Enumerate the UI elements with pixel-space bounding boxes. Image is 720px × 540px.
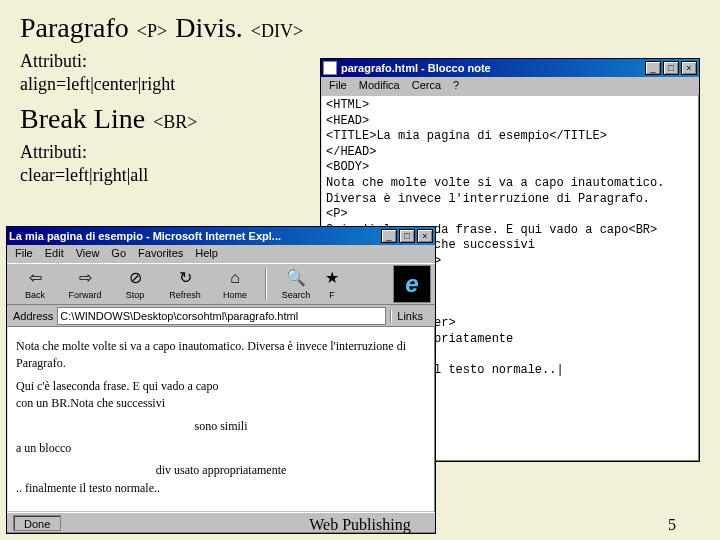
back-label: Back [25,290,45,300]
stop-label: Stop [126,290,145,300]
heading-divis: Divis. [175,12,243,44]
search-button[interactable]: 🔍Search [272,268,320,300]
ie-maximize-button[interactable]: □ [399,229,415,243]
heading-div-tag: <DIV> [251,21,303,42]
page-number: 5 [668,516,676,534]
ie-titlebar[interactable]: La mia pagina di esempio - Microsoft Int… [7,227,435,245]
ie-menu-go[interactable]: Go [111,247,126,261]
ie-menu-favorites[interactable]: Favorites [138,247,183,261]
ie-body-p3: sono simili [16,418,426,435]
refresh-icon: ↻ [175,268,195,288]
left-column: Paragrafo <P> Divis. <DIV> Attributi: al… [20,12,325,186]
br-attr-label: Attributi: [20,141,325,164]
notepad-icon [323,61,337,75]
notepad-title-text: paragrafo.html - Blocco note [341,62,491,74]
heading-br-word: Break Line [20,103,145,135]
ie-page-content: Nota che molte volte si va a capo inauto… [8,327,434,511]
notepad-menu-file[interactable]: File [329,79,347,93]
ie-body-p6: .. finalmente il testo normale.. [16,481,160,495]
refresh-label: Refresh [169,290,201,300]
ie-window-controls: _ □ × [381,229,433,243]
maximize-button[interactable]: □ [663,61,679,75]
ie-menu-view[interactable]: View [76,247,100,261]
ie-menu-edit[interactable]: Edit [45,247,64,261]
notepad-menu-cerca[interactable]: Cerca [412,79,441,93]
heading-breakline: Break Line <BR> [20,103,325,135]
br-attributes: Attributi: clear=left|right|all [20,141,325,186]
forward-label: Forward [68,290,101,300]
notepad-title: paragrafo.html - Blocco note [323,61,491,75]
forward-button[interactable]: ⇨Forward [61,268,109,300]
ie-toolbar: ⇦Back ⇨Forward ⊘Stop ↻Refresh ⌂Home 🔍Sea… [7,263,435,305]
footer-label: Web Publishing [309,516,410,534]
star-icon: ★ [322,268,342,288]
links-button[interactable]: Links [390,310,429,322]
stop-icon: ⊘ [125,268,145,288]
heading-paragrafo-div: Paragrafo <P> Divis. <DIV> [20,12,325,44]
ie-window: La mia pagina di esempio - Microsoft Int… [6,226,436,534]
notepad-window-controls: _ □ × [645,61,697,75]
ie-menu-help[interactable]: Help [195,247,218,261]
ie-body-p4: a un blocco [16,440,426,457]
ie-address-bar: Address Links [7,305,435,327]
search-icon: 🔍 [286,268,306,288]
back-button[interactable]: ⇦Back [11,268,59,300]
address-label: Address [13,310,53,322]
stop-button[interactable]: ⊘Stop [111,268,159,300]
ie-body-p5: div usato appropriatamente [16,462,426,479]
ie-menu-file[interactable]: File [15,247,33,261]
home-label: Home [223,290,247,300]
toolbar-separator [265,268,266,300]
notepad-menu-modifica[interactable]: Modifica [359,79,400,93]
heading-p-tag: <P> [137,21,167,42]
heading-paragrafo: Paragrafo [20,12,129,44]
home-button[interactable]: ⌂Home [211,268,259,300]
slide: Paragrafo <P> Divis. <DIV> Attributi: al… [0,0,720,540]
notepad-menu: File Modifica Cerca ? [321,77,699,95]
home-icon: ⌂ [225,268,245,288]
favorites-button[interactable]: ★F [322,268,342,300]
ie-minimize-button[interactable]: _ [381,229,397,243]
ie-title-text: La mia pagina di esempio - Microsoft Int… [9,230,281,242]
p-attributes: Attributi: align=left|center|right [20,50,325,95]
ie-body-p1: Nota che molte volte si va a capo inauto… [16,338,426,373]
notepad-titlebar[interactable]: paragrafo.html - Blocco note _ □ × [321,59,699,77]
address-input[interactable] [57,307,386,325]
ie-logo-icon: e [393,265,431,303]
ie-close-button[interactable]: × [417,229,433,243]
back-arrow-icon: ⇦ [25,268,45,288]
notepad-menu-help[interactable]: ? [453,79,459,93]
p-attr-values: align=left|center|right [20,73,325,96]
ie-body-p2: Qui c'è laseconda frase. E qui vado a ca… [16,378,426,413]
close-button[interactable]: × [681,61,697,75]
br-attr-values: clear=left|right|all [20,164,325,187]
ie-menu: File Edit View Go Favorites Help [7,245,435,263]
ie-title: La mia pagina di esempio - Microsoft Int… [9,230,281,242]
favs-label: F [329,290,335,300]
p-attr-label: Attributi: [20,50,325,73]
minimize-button[interactable]: _ [645,61,661,75]
refresh-button[interactable]: ↻Refresh [161,268,209,300]
heading-br-tag: <BR> [153,112,197,133]
search-label: Search [282,290,311,300]
slide-footer: Web Publishing 5 [0,516,720,534]
forward-arrow-icon: ⇨ [75,268,95,288]
